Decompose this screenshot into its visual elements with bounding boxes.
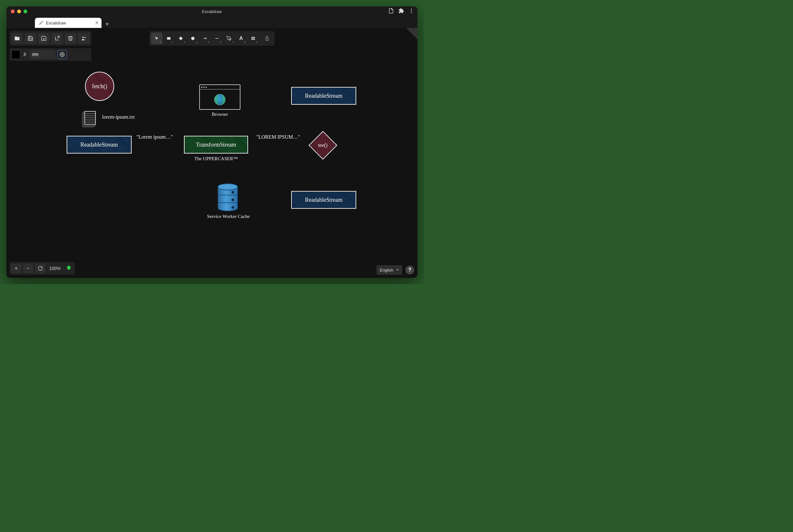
node-tee-label: tee() — [318, 142, 327, 148]
zoom-out-button[interactable]: − — [23, 264, 33, 273]
node-readable-2[interactable]: ReadableStream — [291, 87, 356, 105]
browser-window-icon — [199, 84, 240, 110]
node-readable-1[interactable]: ReadableStream — [66, 136, 132, 154]
node-fetch[interactable]: fetch() — [85, 72, 114, 101]
file-label: lorem-ipsum.txt — [102, 114, 135, 120]
encryption-shield-icon[interactable] — [64, 265, 73, 271]
app-body: # 1 2 3 4 5 6 7 A8 9 — [6, 28, 418, 278]
arrow-label-upper: "LOREM IPSUM…" — [256, 134, 300, 140]
tab-title: Excalidraw — [46, 21, 66, 25]
node-transform-label: TransformStream — [196, 141, 236, 148]
tabbar: 🎤 Excalidraw × + — [6, 17, 418, 28]
cache-cylinder-icon — [218, 183, 238, 211]
arrow-label-lorem: "Lorem ipsum…" — [136, 134, 173, 140]
transform-subtitle: The UPPERCASER™ — [184, 156, 248, 162]
zoom-bar: + − 100% — [9, 262, 75, 275]
zoom-in-button[interactable]: + — [11, 264, 21, 273]
cache-label: Service Worker Cache — [193, 214, 263, 219]
browser-tab[interactable]: 🎤 Excalidraw × — [35, 18, 101, 28]
language-select[interactable]: English — [376, 265, 402, 275]
document-icon — [84, 111, 96, 125]
extensions-icon[interactable] — [399, 8, 404, 15]
canvas[interactable]: fetch() lorem-ipsum.txt ReadableStream "… — [6, 28, 418, 278]
arrows-layer — [6, 28, 101, 76]
svg-point-2 — [411, 12, 412, 13]
zoom-reset-button[interactable] — [35, 264, 45, 273]
browser-label: Browser — [199, 112, 240, 117]
titlebar: Excalidraw — [6, 6, 418, 17]
new-tab-button[interactable]: + — [101, 21, 113, 28]
help-button[interactable]: ? — [405, 266, 414, 274]
more-icon[interactable] — [409, 8, 414, 15]
footer-right: English ? — [376, 265, 414, 275]
file-icon[interactable] — [388, 8, 394, 15]
node-transform[interactable]: TransformStream — [184, 136, 248, 154]
node-readable-3-label: ReadableStream — [305, 197, 343, 203]
node-readable-2-label: ReadableStream — [305, 93, 343, 99]
node-fetch-label: fetch() — [92, 83, 107, 90]
window-title: Excalidraw — [202, 9, 222, 14]
window-minimize-button[interactable] — [17, 10, 21, 13]
svg-point-0 — [411, 8, 412, 10]
window-maximize-button[interactable] — [23, 10, 27, 13]
node-tee[interactable]: tee() — [309, 131, 337, 160]
node-readable-3[interactable]: ReadableStream — [291, 191, 356, 209]
svg-point-1 — [411, 11, 412, 12]
zoom-label: 100% — [47, 266, 62, 271]
tab-close-button[interactable]: × — [95, 20, 98, 26]
app-window: Excalidraw 🎤 Excalidraw × + — [6, 6, 418, 278]
globe-icon — [214, 94, 226, 105]
traffic-lights — [6, 10, 27, 13]
node-readable-1-label: ReadableStream — [81, 141, 118, 148]
mic-icon: 🎤 — [39, 21, 43, 25]
window-close-button[interactable] — [11, 10, 15, 13]
